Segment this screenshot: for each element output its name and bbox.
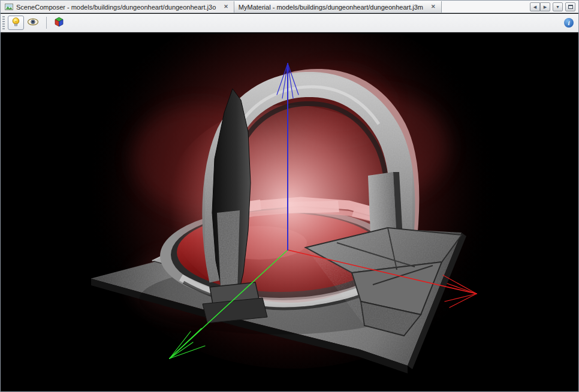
tab-mymaterial[interactable]: MyMaterial - models/buildings/dungeonhea… — [234, 1, 442, 13]
info-icon[interactable]: i — [564, 18, 574, 28]
scroll-tabs-right-button[interactable]: ▶ — [540, 2, 550, 11]
material-cube-button[interactable] — [51, 16, 67, 30]
scene-file-icon — [5, 4, 13, 10]
tab-scenecomposer[interactable]: SceneComposer - models/buildings/dungeon… — [1, 1, 234, 13]
eye-icon — [27, 18, 39, 28]
scene-composer-window: SceneComposer - models/buildings/dungeon… — [0, 0, 579, 392]
close-icon[interactable]: ✕ — [222, 4, 230, 10]
tab-bar-controls: ◀ ▶ ▼ — [527, 1, 578, 13]
scroll-tabs-left-button[interactable]: ◀ — [530, 2, 540, 11]
chevron-left-icon: ◀ — [533, 5, 536, 10]
dungeonheart-scene — [1, 33, 578, 392]
3d-viewport[interactable] — [1, 33, 578, 392]
maximize-window-button[interactable] — [565, 2, 575, 11]
toolbar-grip-handle[interactable] — [2, 16, 5, 29]
maximize-icon — [568, 5, 573, 9]
toggle-light-button[interactable] — [8, 16, 24, 30]
editor-tab-bar: SceneComposer - models/buildings/dungeon… — [1, 1, 578, 13]
tab-bar-spacer — [442, 1, 527, 13]
chevron-down-icon: ▼ — [556, 5, 560, 9]
tab-label: MyMaterial - models/buildings/dungeonhea… — [239, 4, 423, 11]
tab-label: SceneComposer - models/buildings/dungeon… — [16, 4, 216, 11]
tab-list-dropdown-button[interactable]: ▼ — [553, 2, 563, 11]
lightbulb-icon — [11, 17, 21, 29]
camera-eye-button[interactable] — [24, 16, 42, 30]
colored-cube-icon — [54, 17, 64, 29]
scene-toolbar: i — [1, 14, 578, 32]
chevron-right-icon: ▶ — [544, 5, 547, 10]
toolbar-separator — [46, 17, 47, 29]
close-icon[interactable]: ✕ — [430, 4, 437, 10]
